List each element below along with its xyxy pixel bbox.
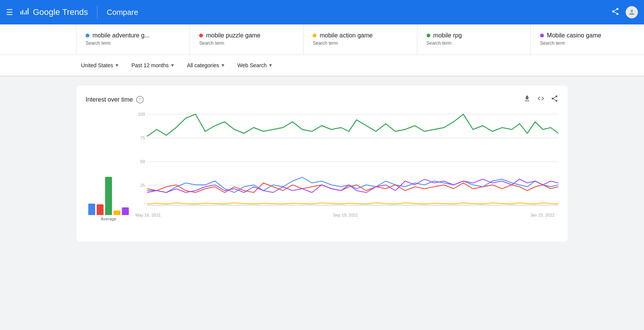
dot-action: [313, 34, 316, 37]
chart-actions: [523, 95, 558, 104]
search-term-name-puzzle: mobile puzzle game: [199, 32, 294, 39]
location-filter-value: United States: [81, 62, 113, 68]
x-label-sep: Sep 19, 2021: [333, 213, 358, 217]
line-chart-main: 100 75 50 25: [131, 110, 558, 233]
svg-text:25: 25: [140, 183, 145, 188]
chart-header: Interest over time ?: [86, 95, 558, 104]
dot-adventure: [86, 34, 89, 37]
svg-text:75: 75: [140, 136, 145, 140]
search-term-action[interactable]: mobile action game Search term: [303, 24, 417, 55]
chart-sidebar: Average: [86, 110, 131, 233]
line-chart-svg-container: 100 75 50 25: [131, 110, 558, 217]
help-icon[interactable]: ?: [136, 96, 144, 104]
line-chart-svg: 100 75 50 25: [131, 110, 558, 210]
time-range-chevron-icon: ▼: [170, 63, 175, 68]
search-term-name-casino: Mobile casino game: [540, 32, 635, 39]
search-term-name-adventure: mobile adventure g...: [86, 32, 180, 39]
interest-over-time-section: Interest over time ?: [76, 86, 568, 242]
time-range-filter[interactable]: Past 12 months ▼: [127, 59, 179, 71]
search-term-adventure[interactable]: mobile adventure g... Search term: [76, 24, 190, 55]
search-term-label-casino: Search term: [540, 40, 635, 46]
header-divider: [97, 5, 97, 19]
time-range-filter-value: Past 12 months: [131, 62, 169, 68]
bar-adventure: [88, 204, 95, 215]
search-term-label-rpg: Search term: [427, 40, 521, 46]
average-bar-chart: [88, 139, 129, 215]
logo-text: Google Trends: [33, 7, 88, 17]
app-header: ☰ Google Trends Compare: [0, 0, 644, 24]
svg-text:50: 50: [140, 159, 145, 164]
x-label-jan: Jan 23, 2022: [530, 213, 555, 217]
search-term-name-rpg: mobile rpg: [427, 32, 521, 39]
menu-icon[interactable]: ☰: [6, 8, 13, 17]
search-term-rpg[interactable]: mobile rpg Search term: [417, 24, 531, 55]
search-type-filter[interactable]: Web Search ▼: [233, 59, 277, 71]
x-label-may: May 16, 2021: [135, 213, 161, 217]
action-line: [147, 203, 558, 204]
share-chart-icon[interactable]: [551, 95, 558, 104]
dot-puzzle: [199, 34, 203, 37]
bar-action: [114, 210, 120, 215]
share-icon[interactable]: [611, 7, 620, 18]
categories-filter[interactable]: All categories ▼: [182, 59, 230, 71]
rpg-line: [147, 114, 558, 136]
app-logo: Google Trends: [19, 7, 88, 18]
dot-rpg: [427, 34, 430, 37]
location-chevron-icon: ▼: [115, 63, 119, 68]
chart-title: Interest over time: [86, 96, 133, 103]
download-icon[interactable]: [523, 95, 531, 104]
search-term-casino[interactable]: Mobile casino game Search term: [531, 24, 644, 55]
bar-rpg: [105, 177, 112, 215]
filters-bar: United States ▼ Past 12 months ▼ All cat…: [0, 55, 644, 76]
location-filter[interactable]: United States ▼: [76, 59, 124, 71]
categories-chevron-icon: ▼: [221, 63, 225, 68]
search-type-chevron-icon: ▼: [268, 63, 273, 68]
dot-casino: [540, 34, 544, 37]
chart-area: Average 100 75 50: [86, 110, 558, 233]
svg-text:100: 100: [138, 112, 145, 116]
search-type-filter-value: Web Search: [237, 62, 267, 68]
embed-icon[interactable]: [537, 95, 545, 104]
search-term-label-puzzle: Search term: [199, 40, 294, 46]
main-content: Interest over time ?: [0, 76, 644, 260]
adventure-line: [147, 177, 558, 192]
search-term-name-action: mobile action game: [313, 32, 407, 39]
search-term-label-action: Search term: [313, 40, 407, 46]
spacer-left: [0, 24, 76, 55]
search-terms-bar: mobile adventure g... Search term mobile…: [0, 24, 644, 55]
bar-puzzle: [97, 204, 104, 215]
compare-label: Compare: [107, 8, 138, 17]
search-term-puzzle[interactable]: mobile puzzle game Search term: [190, 24, 303, 55]
user-avatar[interactable]: [626, 6, 638, 18]
search-term-label-adventure: Search term: [86, 40, 180, 46]
bar-casino: [122, 207, 129, 215]
chart-title-row: Interest over time ?: [86, 96, 144, 104]
categories-filter-value: All categories: [187, 62, 219, 68]
chart-x-labels: May 16, 2021 Sep 19, 2021 Jan 23, 2022: [131, 213, 558, 217]
google-trends-logo-icon: [19, 7, 30, 18]
bar-chart-label: Average: [101, 217, 117, 221]
